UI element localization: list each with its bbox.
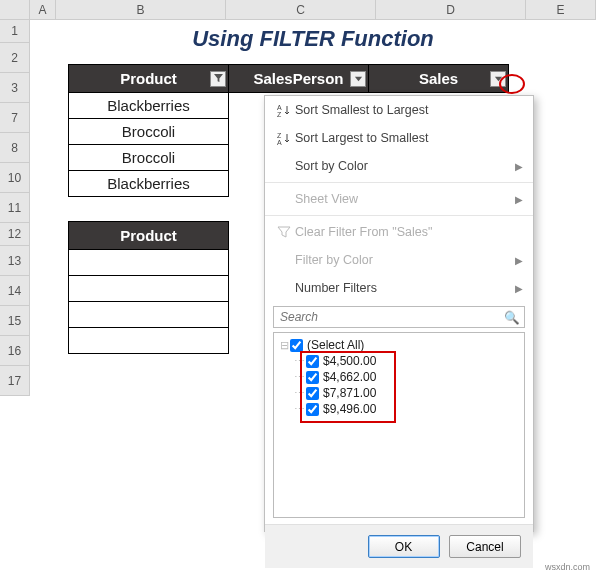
menu-number-filters-label: Number Filters xyxy=(295,281,515,295)
chevron-right-icon: ▶ xyxy=(515,194,523,205)
filter-button-salesperson[interactable] xyxy=(350,71,366,87)
th2-product-label: Product xyxy=(120,227,177,244)
filter-button-product[interactable] xyxy=(210,71,226,87)
row-8[interactable]: 8 xyxy=(0,133,30,163)
menu-number-filters[interactable]: Number Filters ▶ xyxy=(265,274,533,302)
menu-sort-desc-label: Sort Largest to Smallest xyxy=(295,131,523,145)
cell-product-1[interactable]: Blackberries xyxy=(69,93,229,119)
svg-text:A: A xyxy=(277,139,282,145)
chevron-right-icon: ▶ xyxy=(515,255,523,266)
menu-filter-color: Filter by Color ▶ xyxy=(265,246,533,274)
checkbox-2[interactable] xyxy=(306,387,319,400)
col-E[interactable]: E xyxy=(526,0,596,19)
menu-sort-color-label: Sort by Color xyxy=(295,159,515,173)
col-B[interactable]: B xyxy=(56,0,226,19)
dialog-buttons: OK Cancel xyxy=(265,524,533,568)
col-C[interactable]: C xyxy=(226,0,376,19)
svg-text:A: A xyxy=(277,104,282,111)
tree-item-2[interactable]: ⋯$7,871.00 xyxy=(276,385,522,401)
menu-sort-desc[interactable]: ZA Sort Largest to Smallest xyxy=(265,124,533,152)
filter-dropdown-menu: AZ Sort Smallest to Largest ZA Sort Larg… xyxy=(264,95,534,532)
th-sales[interactable]: Sales xyxy=(369,65,509,93)
row-14[interactable]: 14 xyxy=(0,276,30,306)
row-2[interactable]: 2 xyxy=(0,43,30,73)
chevron-right-icon: ▶ xyxy=(515,161,523,172)
th-product-label: Product xyxy=(120,70,177,87)
tree-select-all[interactable]: ⊟(Select All) xyxy=(276,337,522,353)
th-sales-label: Sales xyxy=(419,70,458,87)
t2-cell-4[interactable] xyxy=(69,328,229,354)
data-table-2: Product xyxy=(68,221,229,354)
th-product[interactable]: Product xyxy=(69,65,229,93)
page-title: Using FILTER Function xyxy=(30,20,596,58)
tree-label-2: $7,871.00 xyxy=(323,386,376,400)
filter-values-tree[interactable]: ⊟(Select All) ⋯$4,500.00 ⋯$4,662.00 ⋯$7,… xyxy=(273,332,525,518)
menu-clear-filter-label: Clear Filter From "Sales" xyxy=(295,225,523,239)
cancel-button[interactable]: Cancel xyxy=(449,535,521,558)
checkbox-1[interactable] xyxy=(306,371,319,384)
ok-button[interactable]: OK xyxy=(368,535,440,558)
row-10[interactable]: 10 xyxy=(0,163,30,193)
th-salesperson[interactable]: SalesPerson xyxy=(229,65,369,93)
checkbox-3[interactable] xyxy=(306,403,319,416)
select-all-label: (Select All) xyxy=(307,338,364,352)
checkbox-select-all[interactable] xyxy=(290,339,303,352)
row-7[interactable]: 7 xyxy=(0,103,30,133)
tree-item-1[interactable]: ⋯$4,662.00 xyxy=(276,369,522,385)
svg-text:Z: Z xyxy=(277,111,282,117)
menu-sort-asc-label: Sort Smallest to Largest xyxy=(295,103,523,117)
menu-sort-asc[interactable]: AZ Sort Smallest to Largest xyxy=(265,96,533,124)
row-16[interactable]: 16 xyxy=(0,336,30,366)
cell-product-3[interactable]: Broccoli xyxy=(69,145,229,171)
menu-filter-color-label: Filter by Color xyxy=(295,253,515,267)
th2-product[interactable]: Product xyxy=(69,222,229,250)
search-box: 🔍 xyxy=(273,306,525,328)
row-12[interactable]: 12 xyxy=(0,223,30,246)
tree-item-3[interactable]: ⋯$9,496.00 xyxy=(276,401,522,417)
t2-cell-2[interactable] xyxy=(69,276,229,302)
tree-label-0: $4,500.00 xyxy=(323,354,376,368)
row-3[interactable]: 3 xyxy=(0,73,30,103)
chevron-right-icon: ▶ xyxy=(515,283,523,294)
col-A[interactable]: A xyxy=(30,0,56,19)
tree-label-3: $9,496.00 xyxy=(323,402,376,416)
col-D[interactable]: D xyxy=(376,0,526,19)
svg-marker-0 xyxy=(354,77,361,82)
cell-product-4[interactable]: Blackberries xyxy=(69,171,229,197)
th-salesperson-label: SalesPerson xyxy=(253,70,343,87)
row-1[interactable]: 1 xyxy=(0,20,30,43)
menu-clear-filter: Clear Filter From "Sales" xyxy=(265,218,533,246)
row-headers: 1 2 3 7 8 10 11 12 13 14 15 16 17 xyxy=(0,20,30,396)
row-13[interactable]: 13 xyxy=(0,246,30,276)
watermark: wsxdn.com xyxy=(545,562,590,572)
search-icon: 🔍 xyxy=(504,310,520,325)
menu-sheet-view: Sheet View ▶ xyxy=(265,185,533,213)
menu-sheet-view-label: Sheet View xyxy=(295,192,515,206)
tree-label-1: $4,662.00 xyxy=(323,370,376,384)
tree-item-0[interactable]: ⋯$4,500.00 xyxy=(276,353,522,369)
row-15[interactable]: 15 xyxy=(0,306,30,336)
clear-filter-icon xyxy=(273,225,295,239)
t2-cell-1[interactable] xyxy=(69,250,229,276)
t2-cell-3[interactable] xyxy=(69,302,229,328)
row-11[interactable]: 11 xyxy=(0,193,30,223)
menu-sort-color[interactable]: Sort by Color ▶ xyxy=(265,152,533,180)
sort-desc-icon: ZA xyxy=(273,131,295,145)
row-17[interactable]: 17 xyxy=(0,366,30,396)
checkbox-0[interactable] xyxy=(306,355,319,368)
search-input[interactable] xyxy=(273,306,525,328)
cell-product-2[interactable]: Broccoli xyxy=(69,119,229,145)
annotation-circle xyxy=(499,74,525,94)
sort-asc-icon: AZ xyxy=(273,103,295,117)
column-headers: A B C D E xyxy=(0,0,596,20)
svg-text:Z: Z xyxy=(277,132,282,139)
